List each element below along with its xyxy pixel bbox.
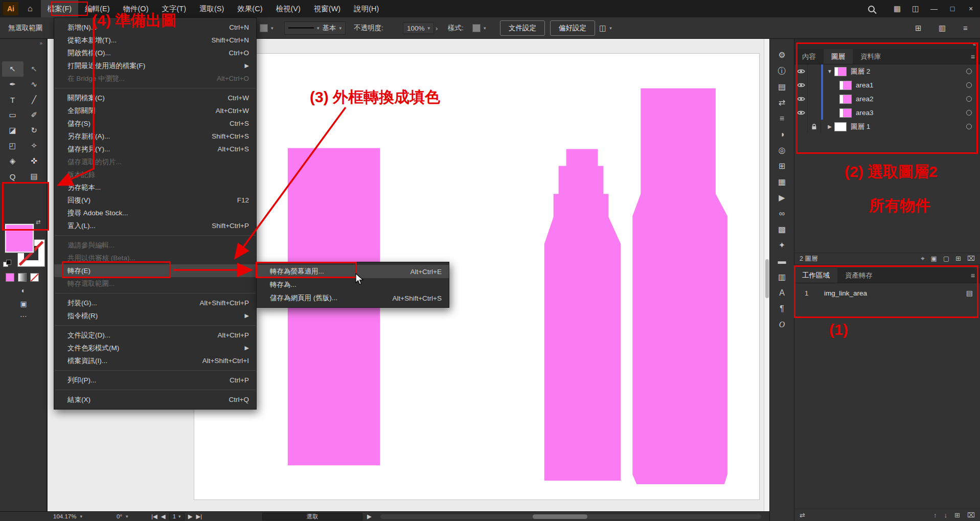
hand-tool[interactable]: ✜ [24, 153, 45, 169]
magenta-bottle-shape-small[interactable] [544, 149, 621, 481]
menu-effect[interactable]: 效果(C) [231, 0, 269, 17]
layer-thumbnail[interactable] [839, 95, 852, 104]
rotation-combo[interactable]: 0°▾ [117, 512, 128, 521]
screen-mode-icon[interactable]: ◐ [0, 286, 47, 295]
brushes-panel-icon[interactable]: ✦ [779, 240, 785, 250]
selection-tool[interactable]: ↖ [2, 61, 24, 77]
menu-item-package[interactable]: 封裝(G)...Alt+Shift+Ctrl+P [54, 297, 256, 309]
minimize-button[interactable]: — [925, 0, 943, 17]
tab-properties[interactable]: 內容 [794, 49, 824, 64]
menu-item-export[interactable]: 轉存(E)▶ [54, 264, 256, 277]
color-panel-icon[interactable]: ◑ [780, 129, 785, 139]
info-panel-icon[interactable]: ⓘ [778, 66, 786, 76]
target-circle-icon[interactable] [966, 69, 972, 74]
locate-object-icon[interactable]: ⌖ [921, 255, 924, 263]
chevron-down-icon[interactable]: ▼ [825, 69, 834, 74]
menu-edit[interactable]: 編輯(E) [78, 0, 116, 17]
swatches-panel-icon[interactable]: ⊞ [779, 161, 785, 171]
menu-item-new-from-template[interactable]: 從範本新增(T)...Shift+Ctrl+N [54, 34, 256, 47]
collapse-panels-icon[interactable]: « [794, 39, 980, 49]
layer-row-area2[interactable]: area2 [794, 92, 980, 106]
scale-tool[interactable]: ◰ [2, 138, 24, 153]
menu-item-document-setup[interactable]: 文件設定(D)...Alt+Ctrl+P [54, 329, 256, 342]
delete-layer-icon[interactable]: ⌧ [967, 255, 975, 263]
menu-window[interactable]: 視窗(W) [307, 0, 347, 17]
menu-item-file-info[interactable]: 檔案資訊(I)...Alt+Shift+Ctrl+I [54, 354, 256, 367]
menu-item-exit[interactable]: 結束(X)Ctrl+Q [54, 393, 256, 406]
menu-item-revert[interactable]: 回復(V)F12 [54, 194, 256, 207]
artboard-list-item[interactable]: 1 img_link_area ▤ [794, 285, 980, 301]
direct-selection-tool[interactable]: ↖ [24, 61, 45, 77]
move-up-icon[interactable]: ↑ [933, 511, 937, 519]
search-icon[interactable] [868, 6, 875, 12]
document-setup-button[interactable]: 文件設定 [500, 20, 545, 36]
symbols-panel-icon[interactable]: ▦ [778, 177, 786, 187]
menu-item-search-adobe-stock[interactable]: 搜尋 Adobe Stock... [54, 207, 256, 219]
menu-item-save[interactable]: 儲存(S)Ctrl+S [54, 117, 256, 130]
layer-thumbnail[interactable] [839, 108, 852, 118]
menu-item-scripts[interactable]: 指令檔(R)▶ [54, 309, 256, 322]
layer-name[interactable]: area1 [856, 81, 874, 89]
panel-menu-icon[interactable]: ≡ [971, 49, 980, 64]
asset-export-panel-icon[interactable]: ⇄ [779, 98, 785, 107]
restore-button[interactable]: □ [943, 0, 962, 17]
vertical-scrollbar-thumb[interactable] [765, 259, 769, 298]
menu-object[interactable]: 物件(O) [117, 0, 155, 17]
gradient-panel-icon[interactable]: ▬ [778, 256, 786, 266]
eraser-tool[interactable]: ◪ [2, 123, 24, 138]
none-mode-icon[interactable] [30, 273, 39, 282]
layer-name[interactable]: area2 [856, 95, 874, 103]
tab-asset-export[interactable]: 資產轉存 [837, 268, 880, 283]
artboard-page-icon[interactable]: ▤ [966, 289, 973, 297]
tab-libraries[interactable]: 資料庫 [853, 49, 889, 64]
menu-item-save-as-template[interactable]: 另存範本... [54, 181, 256, 194]
draw-mode-icon[interactable]: ▣ [0, 300, 47, 308]
zoom-tool[interactable]: Q [2, 169, 24, 184]
opacity-input[interactable]: 100% ▾ [403, 22, 434, 34]
rotate-tool[interactable]: ↻ [24, 123, 45, 138]
target-circle-icon[interactable] [966, 124, 972, 129]
panel-layout-icon[interactable]: ▥ [939, 19, 946, 37]
menu-item-document-color-mode[interactable]: 文件色彩模式(M)▶ [54, 342, 256, 354]
menu-view[interactable]: 檢視(V) [269, 0, 307, 17]
artboards-panel-icon[interactable]: ▤ [778, 82, 786, 92]
workspace-grid-icon[interactable]: ▦ [888, 0, 906, 17]
artboard-name[interactable]: img_link_area [824, 289, 867, 297]
lock-icon[interactable] [808, 120, 821, 133]
menu-item-print[interactable]: 列印(P)...Ctrl+P [54, 374, 256, 387]
next-artboard-icon[interactable]: ▶ [188, 512, 193, 521]
gradient-mode-icon[interactable] [18, 273, 27, 282]
layer-row-layer1[interactable]: ▶ 圖層 1 [794, 120, 980, 133]
tab-layers[interactable]: 圖層 [824, 49, 853, 64]
last-artboard-icon[interactable]: ▶| [196, 512, 202, 521]
layer-thumbnail[interactable] [834, 67, 847, 76]
character-panel-icon[interactable]: A [779, 288, 785, 298]
menu-item-close[interactable]: 關閉檔案(C)Ctrl+W [54, 92, 256, 104]
menu-help[interactable]: 說明(H) [347, 0, 385, 17]
artboard-number-combo[interactable]: 1▾ [169, 513, 185, 520]
default-fill-stroke-icon[interactable] [3, 260, 11, 268]
properties-panel-icon[interactable]: ⚙ [778, 50, 785, 60]
lock-cell-empty[interactable] [808, 64, 821, 78]
visibility-cell-empty[interactable] [794, 120, 808, 133]
new-artboard-icon[interactable]: ⊞ [954, 511, 960, 519]
target-circle-icon[interactable] [966, 82, 972, 88]
new-layer-icon[interactable]: ⊞ [955, 255, 961, 263]
layer-name[interactable]: 圖層 2 [851, 67, 870, 76]
transparency-panel-icon[interactable]: ▥ [778, 272, 786, 282]
delete-artboard-icon[interactable]: ⌧ [967, 511, 975, 519]
horizontal-scrollbar-thumb[interactable] [533, 514, 587, 519]
pen-tool[interactable]: ✒ [2, 77, 24, 92]
menu-type[interactable]: 文字(T) [155, 0, 193, 17]
submenu-item-save-for-web[interactable]: 儲存為網頁用 (舊版)...Alt+Shift+Ctrl+S [257, 291, 449, 305]
menu-item-save-as[interactable]: 另存新檔(A)...Shift+Ctrl+S [54, 130, 256, 143]
new-sublayer-icon[interactable]: ▢ [943, 255, 949, 263]
eyedropper-tool[interactable]: ✧ [24, 138, 45, 153]
layer-row-area1[interactable]: area1 [794, 78, 980, 92]
horizontal-scrollbar[interactable] [380, 514, 761, 519]
stroke-color-combo[interactable]: ▾ [260, 24, 274, 32]
menu-select[interactable]: 選取(S) [193, 0, 231, 17]
move-down-icon[interactable]: ↓ [944, 511, 948, 519]
links-panel-icon[interactable]: ∞ [779, 209, 785, 218]
submenu-item-export-as[interactable]: 轉存為... [257, 278, 449, 291]
